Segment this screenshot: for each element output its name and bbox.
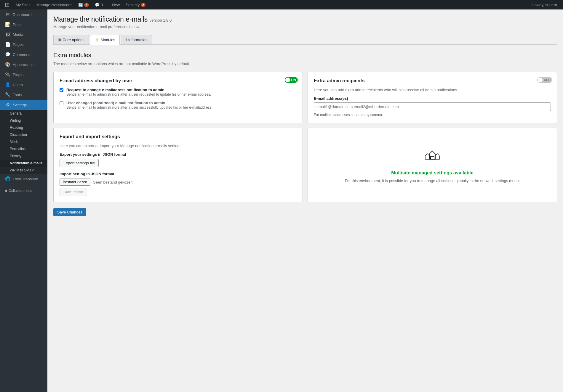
save-btn-label: Save Changes — [57, 210, 82, 214]
sidebar-item-appearance[interactable]: 🎨 Appearance — [0, 60, 47, 70]
admin-recipients-desc: Here you can add extra admin recipients … — [314, 88, 551, 92]
export-settings-button[interactable]: Export settings file — [60, 159, 99, 167]
sidebar-item-label: Comments — [13, 52, 31, 57]
media-icon: 🖼 — [5, 32, 10, 37]
main-content: Manage the notification e-mails version … — [47, 9, 563, 392]
sidebar-item-settings[interactable]: ⚙ Settings — [0, 100, 47, 110]
submenu-item-notification-emails[interactable]: Notification e-mails — [0, 160, 47, 167]
sidebar-item-media[interactable]: 🖼 Media — [0, 30, 47, 39]
admin-bar: ⊞ My Sites Manage Notifications 🔄 4 💬 0 … — [0, 0, 563, 9]
submenu-label: WP Mail SMTP — [10, 168, 34, 172]
tab-information[interactable]: ℹ Information — [121, 35, 152, 44]
collapse-label: Collapse menu — [9, 189, 32, 193]
admin-recipients-card: Extra admin recipients OFF Here you can … — [308, 72, 557, 123]
section-desc: The modules below are options which are … — [53, 62, 557, 66]
sidebar-item-loco-translate[interactable]: 🌐 Loco Translate — [0, 174, 47, 184]
sidebar-item-comments[interactable]: 💬 Comments — [0, 49, 47, 60]
multisite-card: Multisite managed settings available For… — [308, 128, 557, 202]
manage-notifications-menu[interactable]: Manage Notifications — [34, 0, 75, 9]
submenu-label: Media — [10, 140, 20, 144]
sidebar-item-label: Users — [13, 83, 23, 87]
save-changes-button[interactable]: Save Changes — [53, 208, 86, 216]
settings-submenu: General Writing Reading Discussion Media… — [0, 110, 47, 174]
submenu-label: General — [10, 111, 23, 115]
email-change-toggle[interactable]: ON — [285, 77, 298, 83]
sidebar-item-users[interactable]: 👤 Users — [0, 80, 47, 90]
submenu-item-reading[interactable]: Reading — [0, 124, 47, 131]
tab-modules[interactable]: ⚡ Modules — [90, 35, 120, 45]
export-import-desc: Here you can export or import your Manag… — [60, 144, 297, 148]
submenu-item-media[interactable]: Media — [0, 138, 47, 145]
submenu-item-general[interactable]: General — [0, 110, 47, 117]
submenu-item-writing[interactable]: Writing — [0, 117, 47, 124]
export-import-title: Export and import settings — [60, 134, 297, 139]
my-sites-menu[interactable]: My Sites — [13, 0, 33, 9]
comments-menu-icon: 💬 — [5, 52, 10, 57]
submenu-item-discussion[interactable]: Discussion — [0, 131, 47, 138]
file-btn-label: Bestand kiezen — [63, 180, 87, 184]
sidebar-item-label: Settings — [13, 103, 27, 107]
wp-logo-menu[interactable]: ⊞ — [2, 0, 12, 9]
tab-bar: ⊞ Core options ⚡ Modules ℹ Information — [53, 35, 557, 45]
security-badge: 2 — [141, 3, 145, 7]
multisite-icon — [423, 147, 441, 166]
admin-recipients-toggle[interactable]: OFF — [537, 77, 552, 83]
sidebar-item-pages[interactable]: 📄 Pages — [0, 39, 47, 49]
checkbox-label-2: User changed (confirmed) e-mail notifica… — [66, 101, 212, 110]
tab-label: Information — [128, 38, 148, 42]
multisite-title: Multisite managed settings available — [391, 170, 473, 176]
submenu-label: Reading — [10, 126, 23, 130]
sidebar-item-dashboard[interactable]: ⊟ Dashboard — [0, 9, 47, 20]
information-icon: ℹ — [125, 38, 127, 42]
updates-menu[interactable]: 🔄 4 — [76, 0, 91, 9]
submenu-item-permalinks[interactable]: Permalinks — [0, 145, 47, 152]
export-label: Export your settings in JSON format — [60, 152, 297, 157]
submenu-label: Permalinks — [10, 147, 27, 151]
start-import-button[interactable]: Start import — [60, 188, 87, 196]
email-change-card: E-mail address changed by user ON Reques… — [53, 72, 303, 123]
file-none-text: Geen bestand gekozen — [93, 180, 132, 184]
toggle-label: ON — [291, 78, 296, 82]
sidebar-item-label: Pages — [13, 42, 24, 47]
page-subtitle: Manage your notification e-mail preferen… — [53, 25, 557, 29]
sidebar-item-plugins[interactable]: 🔌 Plugins — [0, 70, 47, 80]
sidebar-item-label: Dashboard — [13, 12, 32, 17]
file-input-row: Bestand kiezen Geen bestand gekozen — [60, 179, 297, 186]
email-field-label: E-mail address(es) — [314, 96, 551, 101]
page-title: Manage the notification e-mails version … — [53, 15, 557, 23]
import-label: Import setting in JSON format — [60, 172, 297, 176]
tab-core-options[interactable]: ⊞ Core options — [53, 35, 89, 44]
sidebar-item-label: Plugins — [13, 73, 25, 77]
email-addresses-input[interactable] — [314, 102, 551, 111]
comments-menu[interactable]: 💬 0 — [92, 0, 105, 9]
new-content-menu[interactable]: + New — [106, 0, 122, 9]
sidebar: ⊟ Dashboard 📝 Posts 🖼 Media 📄 Pages 💬 Co… — [0, 9, 47, 392]
dashboard-icon: ⊟ — [5, 12, 10, 17]
page-version: version 1.8.0 — [150, 18, 172, 23]
collapse-menu-button[interactable]: ◀ Collapse menu — [0, 186, 47, 195]
checkbox-item-1: Request to change e-mailadress notificat… — [60, 88, 297, 97]
email-change-title: E-mail address changed by user — [60, 78, 297, 83]
checkbox-label-1: Request to change e-mailadress notificat… — [66, 88, 211, 97]
comments-count: 0 — [101, 3, 103, 7]
wp-logo-icon: ⊞ — [5, 1, 10, 8]
submenu-label: Privacy — [10, 154, 21, 158]
new-content-label: + New — [109, 3, 120, 7]
sidebar-item-posts[interactable]: 📝 Posts — [0, 20, 47, 30]
sidebar-item-label: Loco Translate — [13, 177, 38, 181]
toggle-label: OFF — [544, 78, 550, 82]
sidebar-item-tools[interactable]: 🔧 Tools — [0, 90, 47, 100]
tab-label: Modules — [101, 38, 115, 42]
checkbox-2[interactable] — [60, 101, 63, 105]
checkbox-1[interactable] — [60, 88, 63, 92]
page-title-text: Manage the notification e-mails — [53, 15, 148, 23]
appearance-icon: 🎨 — [5, 62, 10, 67]
submenu-item-wp-mail-smtp[interactable]: WP Mail SMTP — [0, 167, 47, 174]
submenu-item-privacy[interactable]: Privacy — [0, 152, 47, 160]
updates-badge: 4 — [84, 3, 89, 7]
security-menu[interactable]: Security 2 — [123, 0, 148, 9]
collapse-icon: ◀ — [4, 189, 7, 193]
choose-file-button[interactable]: Bestand kiezen — [60, 179, 90, 186]
howdy-label: Howdy, superu — [528, 3, 561, 7]
tab-label: Core options — [63, 38, 84, 42]
